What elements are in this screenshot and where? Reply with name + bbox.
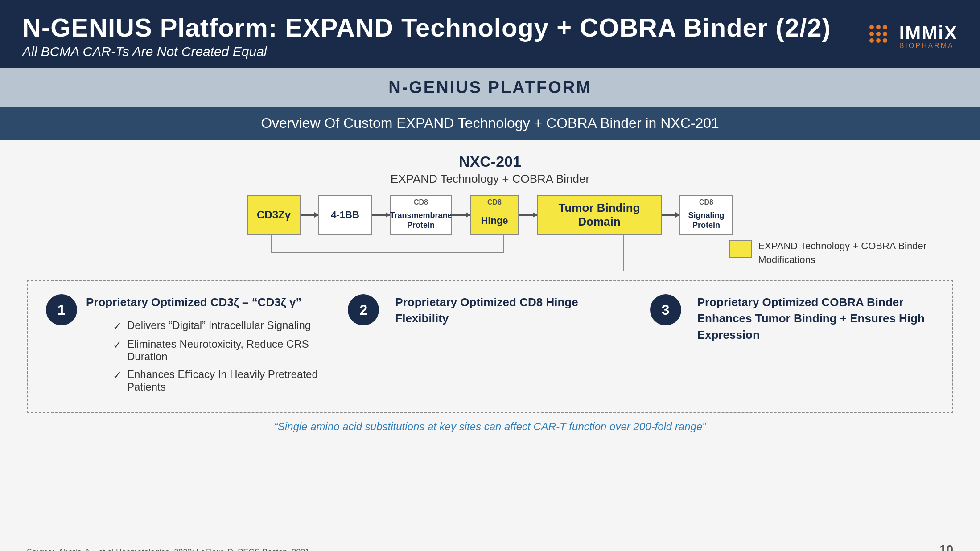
- footer: Source:. Aherie, N., et al Haematologica…: [27, 543, 953, 551]
- legend-swatch: [729, 240, 752, 258]
- feature-item-1: 1 Proprietary Optimized CD3ζ – “CD3ζ γ” …: [46, 294, 330, 399]
- box-cd8sp-label: Signaling Protein: [680, 211, 732, 230]
- svg-point-3: [869, 32, 874, 36]
- box-cd8sp: CD8 Signaling Protein: [679, 195, 733, 235]
- legend-label2: Modifications: [758, 253, 926, 267]
- main-content: NXC-201 EXPAND Technology + COBRA Binder…: [0, 140, 980, 551]
- bullet-1: ✓ Delivers “Digital” Intracellular Signa…: [113, 319, 330, 333]
- legend-label1: EXPAND Technology + COBRA Binder: [758, 239, 926, 253]
- section-subtitle: Overview Of Custom EXPAND Technology + C…: [261, 115, 719, 131]
- logo-icon: [867, 23, 894, 49]
- box-cd8sp-small: CD8: [680, 198, 732, 206]
- page-number: 10: [939, 543, 953, 551]
- check-icon-1: ✓: [113, 320, 122, 333]
- box-cd8tm-small: CD8: [391, 198, 451, 206]
- svg-point-8: [883, 38, 887, 43]
- arrow-5: [662, 214, 679, 216]
- bullet-3: ✓ Enhances Efficacy In Heavily Pretreate…: [113, 368, 330, 393]
- logo-area: IMMiX BIOPHARMA: [867, 22, 958, 50]
- diagram-area: CD3Ζγ 4-1BB CD8 Transmembrane Protein CD…: [27, 195, 953, 271]
- nxc-label: NXC-201: [27, 153, 953, 170]
- svg-point-5: [883, 32, 887, 36]
- bullet-text-3: Enhances Efficacy In Heavily Pretreated …: [127, 368, 330, 393]
- diagram-row: CD3Ζγ 4-1BB CD8 Transmembrane Protein CD…: [247, 195, 733, 235]
- source-text: Source:. Aherie, N., et al Haematologica…: [27, 547, 309, 551]
- arrow-1: [301, 214, 318, 216]
- connector-svg: [245, 235, 735, 271]
- box-tbd-label: Tumor Binding Domain: [538, 201, 661, 229]
- bullet-text-1: Delivers “Digital” Intracellular Signali…: [127, 319, 311, 332]
- box-4bb-label: 4-1BB: [331, 209, 359, 221]
- arrow-3: [452, 214, 470, 216]
- logo-name: IMMiX: [899, 22, 958, 44]
- box-cd8h-small: CD8: [471, 198, 518, 206]
- subtitle-bar: Overview Of Custom EXPAND Technology + C…: [0, 107, 980, 140]
- svg-point-6: [869, 38, 874, 43]
- box-4bb: 4-1BB: [318, 195, 372, 235]
- page-subtitle: All BCMA CAR-Ts Are Not Created Equal: [22, 44, 831, 59]
- feature-title-1: Proprietary Optimized CD3ζ – “CD3ζ γ”: [86, 294, 330, 310]
- feature-number-2: 2: [348, 294, 379, 325]
- section-title-bar: N-GENIUS PLATFORM: [0, 68, 980, 107]
- svg-point-7: [876, 38, 881, 43]
- feature-content-1: Proprietary Optimized CD3ζ – “CD3ζ γ” ✓ …: [86, 294, 330, 399]
- legend: EXPAND Technology + COBRA Binder Modific…: [729, 239, 926, 267]
- box-cd3z: CD3Ζγ: [247, 195, 301, 235]
- svg-point-4: [876, 32, 881, 36]
- box-cd8tm: CD8 Transmembrane Protein: [390, 195, 452, 235]
- svg-point-0: [869, 25, 874, 29]
- feature-number-1: 1: [46, 294, 77, 325]
- box-tbd: Tumor Binding Domain: [537, 195, 662, 235]
- box-cd8tm-label: Transmembrane Protein: [387, 211, 454, 230]
- nxc-sublabel: EXPAND Technology + COBRA Binder: [27, 172, 953, 186]
- logo-brand: IMMiX BIOPHARMA: [899, 22, 958, 50]
- feature-title-3: Proprietary Optimized COBRA Binder Enhan…: [697, 294, 934, 343]
- feature-number-3: 3: [650, 294, 681, 325]
- quote: “Single amino acid substitutions at key …: [27, 420, 953, 433]
- section-title: N-GENIUS PLATFORM: [388, 78, 592, 97]
- box-cd8h: CD8 Hinge: [470, 195, 519, 235]
- bullet-text-2: Eliminates Neurotoxicity, Reduce CRS Dur…: [127, 338, 330, 363]
- svg-point-2: [883, 25, 887, 29]
- logo-subtitle: BIOPHARMA: [899, 42, 958, 50]
- features-container: 1 Proprietary Optimized CD3ζ – “CD3ζ γ” …: [27, 280, 953, 413]
- header: N-GENIUS Platform: EXPAND Technology + C…: [0, 0, 980, 68]
- arrow-4: [519, 214, 537, 216]
- bullet-2: ✓ Eliminates Neurotoxicity, Reduce CRS D…: [113, 338, 330, 363]
- bullets-section: ✓ Delivers “Digital” Intracellular Signa…: [86, 319, 330, 393]
- box-cd3z-label: CD3Ζγ: [257, 209, 291, 221]
- svg-point-1: [876, 25, 881, 29]
- check-icon-3: ✓: [113, 369, 122, 382]
- feature-title-2: Proprietary Optimized CD8 Hinge Flexibil…: [395, 294, 632, 327]
- legend-text: EXPAND Technology + COBRA Binder Modific…: [758, 239, 926, 267]
- feature-item-2: 2 Proprietary Optimized CD8 Hinge Flexib…: [330, 294, 632, 399]
- check-icon-2: ✓: [113, 339, 122, 351]
- header-text-area: N-GENIUS Platform: EXPAND Technology + C…: [22, 12, 831, 59]
- page-title: N-GENIUS Platform: EXPAND Technology + C…: [22, 12, 831, 42]
- box-cd8h-label: Hinge: [481, 215, 508, 226]
- feature-item-3: 3 Proprietary Optimized COBRA Binder Enh…: [632, 294, 934, 399]
